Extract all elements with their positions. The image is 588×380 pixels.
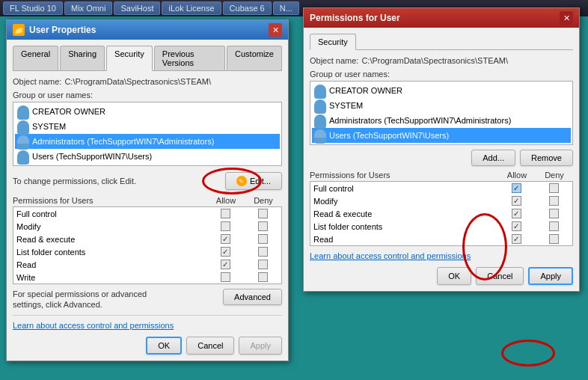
dialog1-title-left: 📁 User Properties (13, 24, 96, 36)
dialog2-perm-row-4: Read (310, 233, 572, 245)
dialog1-learn-link[interactable]: Learn about access control and permissio… (13, 321, 174, 330)
dialog2-title-left: Permissions for User (310, 13, 400, 23)
dialog1-perm-list: Full control Modify Read & execute List … (13, 206, 282, 284)
taskbar-item-savihost[interactable]: SaviHost (114, 1, 160, 15)
dialog1-perm-row-5: Write (13, 271, 281, 284)
dialog2-user-name-2: Administrators (TechSupportWIN7\Administ… (329, 116, 511, 125)
perm3-deny-check[interactable] (258, 247, 268, 257)
dialog1-close-button[interactable]: ✕ (269, 23, 282, 37)
dialog1-object-name-value: C:\ProgramData\Spectrasonics\STEAM\ (64, 77, 211, 86)
dialog1-titlebar: 📁 User Properties ✕ (7, 20, 288, 40)
d2-perm0-allow-check[interactable] (512, 183, 521, 193)
dialog1-user-name-2: Administrators (TechSupportWIN7\Administ… (32, 137, 214, 146)
dialog2-perm-row-1: Modify (310, 194, 572, 207)
dialog1-advanced-button[interactable]: Advanced (223, 289, 282, 305)
dialog2-user-name-1: SYSTEM (329, 101, 363, 110)
dialog2-ok-button[interactable]: OK (437, 267, 471, 285)
d2-perm2-deny-check[interactable] (549, 209, 559, 218)
taskbar-item-mixomni[interactable]: Mix Omni (64, 1, 112, 15)
d2-perm1-deny-check[interactable] (549, 196, 559, 206)
perm5-allow-check[interactable] (221, 272, 230, 282)
dialog2-user-item-1[interactable]: SYSTEM (312, 98, 571, 113)
dialog1-perm-row-0: Full control (13, 207, 281, 220)
dialog1-tabs: General Sharing Security Previous Versio… (13, 46, 282, 71)
tab-previous-versions[interactable]: Previous Versions (154, 46, 225, 70)
tab-sharing[interactable]: Sharing (60, 46, 105, 70)
dialog2-user-icon-2 (314, 114, 326, 126)
dialog2-learn-link[interactable]: Learn about access control and permissio… (310, 251, 471, 260)
d2-perm4-deny-check[interactable] (549, 234, 559, 244)
perm0-deny-check[interactable] (258, 209, 268, 218)
perm0-allow-check[interactable] (221, 209, 230, 218)
dialog2-perm-header: Permissions for Users Allow Deny (310, 171, 573, 180)
dialog2-object-name-label: Object name: (310, 56, 358, 65)
taskbar-item-cubase[interactable]: Cubase 6 (223, 1, 272, 15)
dialog1-change-text: To change permissions, click Edit. (13, 177, 136, 186)
taskbar-item-flstudio[interactable]: FL Studio 10 (3, 1, 63, 15)
dialog1-user-item-3[interactable]: Users (TechSupportWIN7\Users) (15, 149, 280, 164)
dialog1-user-name-0: CREATOR OWNER (32, 107, 105, 116)
taskbar-item-ilok[interactable]: iLok License (162, 1, 221, 15)
dialog2-object-name-value: C:\ProgramData\Spectrasonics\STEAM\ (361, 56, 508, 65)
dialog1-perm-row-3: List folder contents (13, 245, 281, 258)
dialog1-title-text: User Properties (29, 25, 96, 35)
d2-perm3-deny-check[interactable] (549, 221, 559, 231)
tab-general[interactable]: General (13, 46, 58, 70)
perm1-allow-check[interactable] (221, 221, 230, 231)
perm1-deny-check[interactable] (258, 221, 268, 231)
dialog1-deny-col: Deny (245, 196, 282, 205)
permissions-dialog: Permissions for User ✕ Security Object n… (303, 7, 580, 292)
dialog1-perm-row-4: Read (13, 258, 281, 271)
d2-perm0-deny-check[interactable] (549, 183, 559, 193)
dialog1-object-name-label: Object name: (13, 77, 61, 86)
d2-perm4-allow-check[interactable] (512, 234, 521, 244)
user-icon-1 (17, 120, 29, 132)
taskbar-item-n[interactable]: N... (273, 1, 299, 15)
dialog1-separator (13, 315, 282, 316)
dialog2-user-item-2[interactable]: Administrators (TechSupportWIN7\Administ… (312, 113, 571, 128)
dialog2-perm-list: Full control Modify Read & execute List … (310, 181, 573, 246)
dialog2-object-name-row: Object name: C:\ProgramData\Spectrasonic… (310, 56, 573, 65)
dialog1-user-item-2[interactable]: Administrators (TechSupportWIN7\Administ… (15, 134, 280, 149)
dialog1-content: General Sharing Security Previous Versio… (7, 40, 288, 361)
d2-perm3-allow-check[interactable] (512, 221, 521, 231)
dialog1-perm-label: Permissions for Users (13, 196, 207, 205)
d2-perm1-allow-check[interactable] (512, 196, 521, 206)
edit-icon: ✎ (236, 176, 247, 186)
perm4-allow-check[interactable] (221, 260, 230, 269)
dialog2-add-button[interactable]: Add... (471, 150, 515, 166)
dialog2-remove-button[interactable]: Remove (520, 150, 573, 166)
dialog2-button-row: OK Cancel Apply (310, 267, 573, 285)
d2-perm2-allow-check[interactable] (512, 209, 521, 218)
perm2-deny-check[interactable] (258, 234, 268, 244)
dialog2-close-button[interactable]: ✕ (560, 11, 573, 25)
dialog1-user-list: CREATOR OWNER SYSTEM Administrators (Tec… (13, 102, 282, 166)
dialog2-user-item-3[interactable]: Users (TechSupportWIN7\Users) (312, 128, 571, 143)
dialog1-user-name-1: SYSTEM (32, 122, 66, 131)
dialog2-cancel-button[interactable]: Cancel (476, 267, 524, 285)
dialog1-edit-button[interactable]: ✎ Edit... (225, 172, 282, 190)
dialog2-perm-row-3: List folder contents (310, 220, 572, 233)
dialog1-apply-button[interactable]: Apply (239, 337, 282, 355)
dialog1-cancel-button[interactable]: Cancel (186, 337, 234, 355)
perm4-deny-check[interactable] (258, 260, 268, 269)
perm2-allow-check[interactable] (221, 234, 230, 244)
dialog1-special-text: For special permissions or advanced sett… (13, 289, 162, 310)
dialog1-user-item-1[interactable]: SYSTEM (15, 119, 280, 134)
dialog1-ok-button[interactable]: OK (146, 337, 182, 355)
dialog1-title-icon: 📁 (13, 24, 25, 36)
dialog2-apply-button[interactable]: Apply (528, 267, 573, 285)
dialog1-object-name-row: Object name: C:\ProgramData\Spectrasonic… (13, 77, 282, 86)
dialog2-user-item-0[interactable]: CREATOR OWNER (312, 83, 571, 98)
perm3-allow-check[interactable] (221, 247, 230, 257)
dialog2-titlebar: Permissions for User ✕ (304, 8, 579, 28)
dialog1-user-item-0[interactable]: CREATOR OWNER (15, 104, 280, 119)
user-icon-2 (17, 135, 29, 147)
tab-customize[interactable]: Customize (227, 46, 282, 70)
dialog2-tab-security[interactable]: Security (310, 34, 356, 50)
tab-security[interactable]: Security (106, 46, 153, 71)
perm5-deny-check[interactable] (258, 272, 268, 282)
dialog2-title-text: Permissions for User (310, 13, 400, 23)
dialog1-perm-row-1: Modify (13, 220, 281, 233)
dialog1-group-label: Group or user names: (13, 91, 282, 99)
